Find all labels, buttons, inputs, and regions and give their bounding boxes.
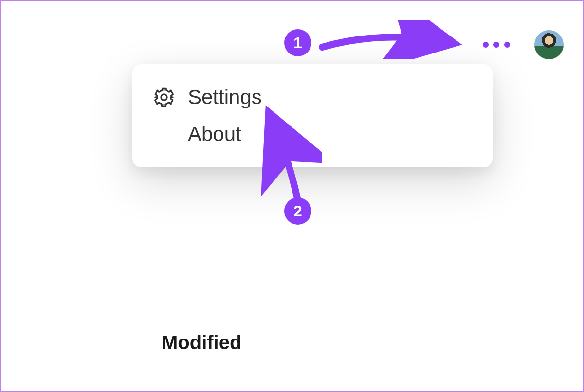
more-options-button[interactable] xyxy=(478,37,515,53)
menu-item-label: Settings xyxy=(188,86,262,109)
menu-item-label: About xyxy=(188,123,241,146)
gear-icon xyxy=(153,86,175,108)
menu-icon-placeholder xyxy=(153,123,175,145)
ellipsis-dot-icon xyxy=(504,42,510,48)
svg-point-0 xyxy=(161,94,167,100)
menu-item-about[interactable]: About xyxy=(149,116,476,153)
annotation-arrow-1 xyxy=(312,20,468,59)
menu-item-settings[interactable]: Settings xyxy=(149,79,476,116)
annotation-badge-2: 2 xyxy=(284,197,311,225)
column-header-modified: Modified xyxy=(162,332,241,354)
avatar[interactable] xyxy=(534,30,564,59)
ellipsis-dot-icon xyxy=(493,42,499,48)
topbar xyxy=(478,30,564,59)
ellipsis-dot-icon xyxy=(483,42,489,48)
overflow-menu: Settings About xyxy=(132,64,493,167)
annotation-badge-1: 1 xyxy=(284,29,311,56)
